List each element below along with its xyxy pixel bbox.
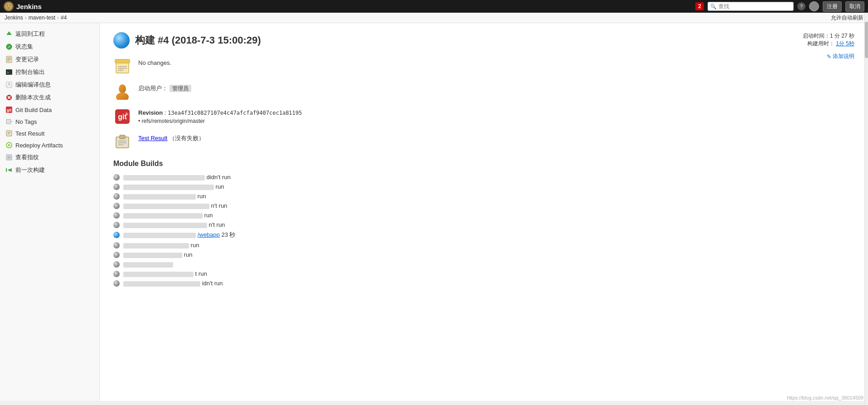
- sidebar-item-git[interactable]: git Git Build Data: [0, 104, 99, 116]
- arrow-up-icon: [5, 30, 13, 38]
- module-name: run: [123, 193, 206, 200]
- sidebar-item-delete[interactable]: 删除本次生成: [0, 91, 99, 104]
- start-time-label: 启动时间：1 分 27 秒: [803, 32, 854, 40]
- edit-comment-icon: ✎: [827, 54, 831, 60]
- revision-colon: :: [165, 109, 168, 116]
- sidebar-label-status: 状态集: [15, 43, 33, 51]
- module-row: n't run: [113, 201, 854, 210]
- build-title: 构建 #4 (2018-7-3 15:00:29): [135, 34, 261, 47]
- sidebar-item-status[interactable]: ✓ 状态集: [0, 40, 99, 53]
- test-icon: [5, 130, 13, 137]
- svg-point-32: [119, 84, 126, 93]
- sidebar-item-changelog[interactable]: 变更记录: [0, 53, 99, 66]
- sidebar-item-prev-build[interactable]: 前一次构建: [0, 164, 99, 176]
- build-time-link[interactable]: 1分 5秒: [836, 40, 854, 47]
- module-name: run: [123, 212, 213, 219]
- test-result-link[interactable]: Test Result: [138, 135, 167, 142]
- sidebar-label-console: 控制台输出: [15, 68, 45, 76]
- module-name-active: /webapp 23 秒: [123, 231, 235, 239]
- no-changes-text: No changes.: [138, 59, 171, 66]
- no-changes-content: No changes.: [138, 58, 854, 66]
- add-comment-link[interactable]: ✎ 添加说明: [827, 53, 854, 60]
- build-time-label: 构建用时：: [807, 40, 834, 47]
- test-result-content: Test Result （没有失败）: [138, 132, 854, 142]
- git-icon-container: git: [113, 107, 131, 126]
- scrollbar-track[interactable]: [864, 13, 868, 405]
- breadcrumb-current: #4: [61, 15, 67, 21]
- module-row: run: [113, 240, 854, 250]
- notepad-icon-container: [113, 58, 131, 76]
- sidebar-label-back: 返回到工程: [15, 30, 45, 38]
- help-icon[interactable]: ?: [797, 2, 805, 10]
- breadcrumb: Jenkins › maven-test › #4 允许自动刷新: [0, 13, 868, 23]
- breadcrumb-maven-test[interactable]: maven-test: [29, 15, 55, 21]
- sidebar-label-git: Git Build Data: [15, 107, 52, 113]
- module-name: idn't run: [123, 280, 223, 287]
- module-name: didn't run: [123, 174, 231, 181]
- notification-badge[interactable]: 2: [695, 2, 704, 10]
- svg-rect-23: [6, 155, 12, 160]
- svg-point-2: [10, 5, 10, 6]
- svg-marker-24: [7, 168, 12, 172]
- breadcrumb-sep-1: ›: [25, 15, 27, 21]
- revision-ref: refs/remotes/origin/master: [138, 118, 854, 124]
- jenkins-title: Jenkins: [16, 3, 42, 10]
- started-by-row: 启动用户： 管理员: [113, 83, 854, 101]
- svg-marker-22: [8, 144, 11, 146]
- module-status-ball: [113, 212, 120, 219]
- module-status-ball: [113, 252, 120, 258]
- revision-content: Revision : 13ea4f31c0827107e4c47afcfaf94…: [138, 107, 854, 124]
- sidebar-item-no-tags[interactable]: No Tags: [0, 116, 99, 127]
- build-meta: 启动时间：1 分 27 秒 构建用时： 1分 5秒: [803, 32, 854, 48]
- sidebar-label-test-result: Test Result: [15, 130, 44, 137]
- module-status-ball: [113, 203, 120, 209]
- top-bar-right: 2 🔍 ? 注册 取消: [695, 1, 864, 12]
- sidebar-label-no-tags: No Tags: [15, 118, 37, 125]
- module-row-active: /webapp 23 秒: [113, 229, 854, 240]
- scrollbar-thumb[interactable]: [865, 22, 868, 58]
- module-row: run: [113, 191, 854, 201]
- sidebar-item-test-result[interactable]: Test Result: [0, 127, 99, 139]
- sidebar-item-edit[interactable]: 编辑编译信息: [0, 78, 99, 91]
- sidebar-item-back-to-project[interactable]: 返回到工程: [0, 28, 99, 40]
- build-status-ball: [113, 32, 130, 49]
- module-build-time: 23 秒: [221, 231, 235, 238]
- sidebar-item-console[interactable]: >_ 控制台输出: [0, 66, 99, 78]
- sidebar-item-redeploy[interactable]: Redeploy Artifacts: [0, 139, 99, 151]
- module-row: t run: [113, 269, 854, 278]
- breadcrumb-jenkins[interactable]: Jenkins: [5, 15, 23, 21]
- module-status-ball: [113, 184, 120, 190]
- jenkins-logo: Jenkins: [4, 1, 42, 11]
- module-row: [113, 259, 854, 269]
- module-row: didn't run: [113, 172, 854, 182]
- sidebar-label-delete: 删除本次生成: [15, 93, 51, 102]
- revision-hash: 13ea4f31c0827107e4c47afcfaf9407cec1a8119…: [168, 110, 302, 116]
- svg-marker-3: [6, 31, 12, 35]
- edit-icon: [5, 81, 13, 88]
- build-time: 构建用时： 1分 5秒: [803, 40, 854, 48]
- module-builds-title: Module Builds: [113, 160, 854, 168]
- auto-refresh-link[interactable]: 允许自动刷新: [831, 14, 863, 22]
- search-input[interactable]: [718, 3, 791, 10]
- sidebar-label-prev-build: 前一次构建: [15, 166, 45, 174]
- tag-icon: [5, 118, 13, 125]
- prev-build-icon: [5, 166, 13, 174]
- user-trigger-icon-container: [113, 83, 131, 101]
- module-builds-list: didn't run run run n't run run n't: [113, 172, 854, 288]
- sidebar-label-fingerprint: 查看指纹: [15, 153, 39, 161]
- test-result-status: （没有失败）: [169, 135, 204, 142]
- console-icon: >_: [5, 68, 13, 76]
- module-row: n't run: [113, 220, 854, 229]
- search-box: 🔍: [708, 2, 794, 11]
- module-name: run: [123, 242, 199, 249]
- sidebar-item-fingerprint[interactable]: 查看指纹: [0, 151, 99, 164]
- delete-icon: [5, 94, 13, 101]
- register-button[interactable]: 注册: [823, 1, 842, 12]
- started-by-user: 管理员: [170, 85, 191, 92]
- svg-point-1: [7, 5, 8, 6]
- cancel-button[interactable]: 取消: [845, 1, 864, 12]
- sidebar-label-edit: 编辑编译信息: [15, 81, 51, 89]
- module-status-ball: [113, 193, 120, 200]
- module-webapp-link[interactable]: /webapp: [198, 231, 220, 238]
- clipboard-icon-container: [113, 132, 131, 151]
